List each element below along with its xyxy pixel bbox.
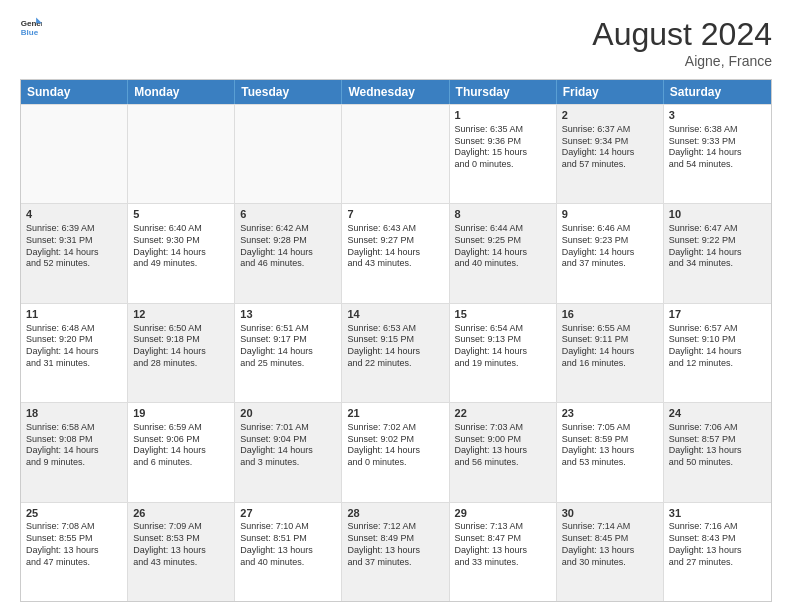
- cell-info: Sunrise: 7:13 AM Sunset: 8:47 PM Dayligh…: [455, 521, 551, 568]
- calendar-cell: 25Sunrise: 7:08 AM Sunset: 8:55 PM Dayli…: [21, 503, 128, 601]
- calendar-cell: [235, 105, 342, 203]
- cell-info: Sunrise: 7:10 AM Sunset: 8:51 PM Dayligh…: [240, 521, 336, 568]
- day-number: 25: [26, 506, 122, 521]
- day-number: 11: [26, 307, 122, 322]
- calendar-row: 18Sunrise: 6:58 AM Sunset: 9:08 PM Dayli…: [21, 402, 771, 501]
- calendar-cell: 4Sunrise: 6:39 AM Sunset: 9:31 PM Daylig…: [21, 204, 128, 302]
- calendar-cell: [21, 105, 128, 203]
- calendar-cell: 13Sunrise: 6:51 AM Sunset: 9:17 PM Dayli…: [235, 304, 342, 402]
- weekday-header: Tuesday: [235, 80, 342, 104]
- weekday-header: Monday: [128, 80, 235, 104]
- calendar: SundayMondayTuesdayWednesdayThursdayFrid…: [20, 79, 772, 602]
- cell-info: Sunrise: 7:02 AM Sunset: 9:02 PM Dayligh…: [347, 422, 443, 469]
- calendar-cell: 3Sunrise: 6:38 AM Sunset: 9:33 PM Daylig…: [664, 105, 771, 203]
- cell-info: Sunrise: 6:53 AM Sunset: 9:15 PM Dayligh…: [347, 323, 443, 370]
- day-number: 5: [133, 207, 229, 222]
- calendar-cell: 29Sunrise: 7:13 AM Sunset: 8:47 PM Dayli…: [450, 503, 557, 601]
- day-number: 17: [669, 307, 766, 322]
- day-number: 7: [347, 207, 443, 222]
- header: General Blue August 2024 Aigne, France: [20, 16, 772, 69]
- cell-info: Sunrise: 7:12 AM Sunset: 8:49 PM Dayligh…: [347, 521, 443, 568]
- day-number: 10: [669, 207, 766, 222]
- calendar-row: 25Sunrise: 7:08 AM Sunset: 8:55 PM Dayli…: [21, 502, 771, 601]
- calendar-cell: 2Sunrise: 6:37 AM Sunset: 9:34 PM Daylig…: [557, 105, 664, 203]
- cell-info: Sunrise: 6:42 AM Sunset: 9:28 PM Dayligh…: [240, 223, 336, 270]
- weekday-header: Sunday: [21, 80, 128, 104]
- day-number: 15: [455, 307, 551, 322]
- cell-info: Sunrise: 6:58 AM Sunset: 9:08 PM Dayligh…: [26, 422, 122, 469]
- day-number: 13: [240, 307, 336, 322]
- calendar-cell: 11Sunrise: 6:48 AM Sunset: 9:20 PM Dayli…: [21, 304, 128, 402]
- calendar-cell: 8Sunrise: 6:44 AM Sunset: 9:25 PM Daylig…: [450, 204, 557, 302]
- logo-icon: General Blue: [20, 16, 42, 38]
- cell-info: Sunrise: 6:51 AM Sunset: 9:17 PM Dayligh…: [240, 323, 336, 370]
- calendar-cell: 5Sunrise: 6:40 AM Sunset: 9:30 PM Daylig…: [128, 204, 235, 302]
- calendar-cell: 14Sunrise: 6:53 AM Sunset: 9:15 PM Dayli…: [342, 304, 449, 402]
- day-number: 23: [562, 406, 658, 421]
- calendar-cell: 6Sunrise: 6:42 AM Sunset: 9:28 PM Daylig…: [235, 204, 342, 302]
- calendar-cell: 15Sunrise: 6:54 AM Sunset: 9:13 PM Dayli…: [450, 304, 557, 402]
- calendar-row: 1Sunrise: 6:35 AM Sunset: 9:36 PM Daylig…: [21, 104, 771, 203]
- day-number: 31: [669, 506, 766, 521]
- calendar-body: 1Sunrise: 6:35 AM Sunset: 9:36 PM Daylig…: [21, 104, 771, 601]
- cell-info: Sunrise: 7:16 AM Sunset: 8:43 PM Dayligh…: [669, 521, 766, 568]
- day-number: 1: [455, 108, 551, 123]
- cell-info: Sunrise: 6:37 AM Sunset: 9:34 PM Dayligh…: [562, 124, 658, 171]
- calendar-cell: 31Sunrise: 7:16 AM Sunset: 8:43 PM Dayli…: [664, 503, 771, 601]
- calendar-cell: 12Sunrise: 6:50 AM Sunset: 9:18 PM Dayli…: [128, 304, 235, 402]
- day-number: 16: [562, 307, 658, 322]
- calendar-cell: [128, 105, 235, 203]
- calendar-cell: 28Sunrise: 7:12 AM Sunset: 8:49 PM Dayli…: [342, 503, 449, 601]
- calendar-row: 11Sunrise: 6:48 AM Sunset: 9:20 PM Dayli…: [21, 303, 771, 402]
- cell-info: Sunrise: 6:59 AM Sunset: 9:06 PM Dayligh…: [133, 422, 229, 469]
- cell-info: Sunrise: 6:55 AM Sunset: 9:11 PM Dayligh…: [562, 323, 658, 370]
- cell-info: Sunrise: 7:03 AM Sunset: 9:00 PM Dayligh…: [455, 422, 551, 469]
- calendar-cell: 20Sunrise: 7:01 AM Sunset: 9:04 PM Dayli…: [235, 403, 342, 501]
- svg-text:Blue: Blue: [21, 28, 39, 37]
- cell-info: Sunrise: 6:43 AM Sunset: 9:27 PM Dayligh…: [347, 223, 443, 270]
- calendar-cell: 27Sunrise: 7:10 AM Sunset: 8:51 PM Dayli…: [235, 503, 342, 601]
- cell-info: Sunrise: 7:14 AM Sunset: 8:45 PM Dayligh…: [562, 521, 658, 568]
- calendar-cell: 22Sunrise: 7:03 AM Sunset: 9:00 PM Dayli…: [450, 403, 557, 501]
- cell-info: Sunrise: 6:48 AM Sunset: 9:20 PM Dayligh…: [26, 323, 122, 370]
- day-number: 8: [455, 207, 551, 222]
- cell-info: Sunrise: 6:35 AM Sunset: 9:36 PM Dayligh…: [455, 124, 551, 171]
- day-number: 26: [133, 506, 229, 521]
- calendar-cell: 24Sunrise: 7:06 AM Sunset: 8:57 PM Dayli…: [664, 403, 771, 501]
- month-title: August 2024: [592, 16, 772, 53]
- weekday-header: Thursday: [450, 80, 557, 104]
- cell-info: Sunrise: 6:47 AM Sunset: 9:22 PM Dayligh…: [669, 223, 766, 270]
- calendar-header: SundayMondayTuesdayWednesdayThursdayFrid…: [21, 80, 771, 104]
- calendar-cell: 16Sunrise: 6:55 AM Sunset: 9:11 PM Dayli…: [557, 304, 664, 402]
- calendar-row: 4Sunrise: 6:39 AM Sunset: 9:31 PM Daylig…: [21, 203, 771, 302]
- day-number: 22: [455, 406, 551, 421]
- calendar-cell: 21Sunrise: 7:02 AM Sunset: 9:02 PM Dayli…: [342, 403, 449, 501]
- cell-info: Sunrise: 6:38 AM Sunset: 9:33 PM Dayligh…: [669, 124, 766, 171]
- calendar-cell: 26Sunrise: 7:09 AM Sunset: 8:53 PM Dayli…: [128, 503, 235, 601]
- weekday-header: Saturday: [664, 80, 771, 104]
- day-number: 28: [347, 506, 443, 521]
- cell-info: Sunrise: 7:08 AM Sunset: 8:55 PM Dayligh…: [26, 521, 122, 568]
- cell-info: Sunrise: 6:44 AM Sunset: 9:25 PM Dayligh…: [455, 223, 551, 270]
- calendar-cell: 1Sunrise: 6:35 AM Sunset: 9:36 PM Daylig…: [450, 105, 557, 203]
- cell-info: Sunrise: 7:06 AM Sunset: 8:57 PM Dayligh…: [669, 422, 766, 469]
- cell-info: Sunrise: 7:01 AM Sunset: 9:04 PM Dayligh…: [240, 422, 336, 469]
- day-number: 2: [562, 108, 658, 123]
- calendar-cell: 19Sunrise: 6:59 AM Sunset: 9:06 PM Dayli…: [128, 403, 235, 501]
- day-number: 30: [562, 506, 658, 521]
- title-area: August 2024 Aigne, France: [592, 16, 772, 69]
- day-number: 19: [133, 406, 229, 421]
- calendar-cell: 30Sunrise: 7:14 AM Sunset: 8:45 PM Dayli…: [557, 503, 664, 601]
- weekday-header: Wednesday: [342, 80, 449, 104]
- day-number: 4: [26, 207, 122, 222]
- cell-info: Sunrise: 6:54 AM Sunset: 9:13 PM Dayligh…: [455, 323, 551, 370]
- day-number: 9: [562, 207, 658, 222]
- day-number: 27: [240, 506, 336, 521]
- day-number: 20: [240, 406, 336, 421]
- calendar-cell: 7Sunrise: 6:43 AM Sunset: 9:27 PM Daylig…: [342, 204, 449, 302]
- day-number: 14: [347, 307, 443, 322]
- cell-info: Sunrise: 6:40 AM Sunset: 9:30 PM Dayligh…: [133, 223, 229, 270]
- cell-info: Sunrise: 7:05 AM Sunset: 8:59 PM Dayligh…: [562, 422, 658, 469]
- day-number: 21: [347, 406, 443, 421]
- cell-info: Sunrise: 6:46 AM Sunset: 9:23 PM Dayligh…: [562, 223, 658, 270]
